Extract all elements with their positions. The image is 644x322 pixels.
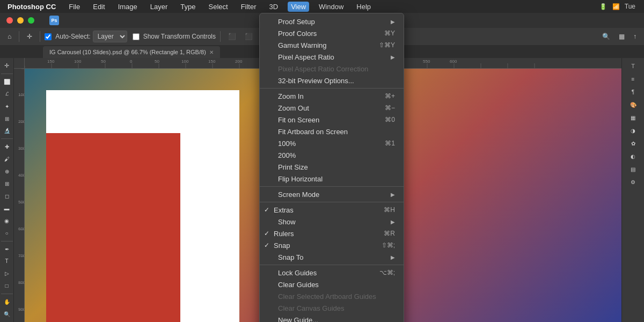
learn-panel-btn[interactable]: ≡	[627, 73, 639, 85]
move-tool-btn[interactable]: ✛	[24, 31, 35, 42]
menu-image[interactable]: Image	[115, 2, 141, 12]
patterns-panel-btn[interactable]: ▦	[627, 112, 639, 123]
menu-item-rulers[interactable]: ✓Rulers⌘R	[260, 228, 404, 239]
align-center-btn[interactable]: ⬛	[241, 31, 256, 42]
eyedropper-tool[interactable]: 🔬	[1, 125, 13, 136]
minimize-button[interactable]	[17, 17, 24, 24]
crop-tool[interactable]: ⊞	[1, 113, 13, 125]
maximize-button[interactable]	[28, 17, 34, 24]
menu-item-flip-horizontal[interactable]: Flip Horizontal	[260, 173, 404, 185]
svg-text:150: 150	[208, 59, 216, 64]
menu-view[interactable]: View	[288, 2, 309, 12]
menu-label-flip-horizontal: Flip Horizontal	[278, 175, 323, 183]
system-status: 🔋 📶 Tue	[599, 2, 640, 11]
align-left-btn[interactable]: ⬛	[225, 31, 239, 42]
zoom-tool[interactable]: 🔍	[1, 309, 13, 320]
menu-item-100[interactable]: 100%⌘1	[260, 137, 404, 149]
menu-help[interactable]: Help	[353, 2, 374, 12]
vertical-ruler: 100 200 300 400 500 600 700 800 900	[14, 69, 25, 322]
pen-tool[interactable]: ✒	[1, 244, 13, 255]
menu-3d[interactable]: 3D	[266, 2, 282, 12]
menu-item-snap-to[interactable]: Snap To▶	[260, 251, 404, 263]
layers-panel-btn[interactable]: ▤	[627, 163, 639, 175]
hand-tool[interactable]: ✋	[1, 296, 13, 308]
svg-text:600: 600	[450, 59, 457, 64]
history-tool[interactable]: ⊞	[1, 178, 13, 189]
adjustments-panel-btn[interactable]: ◐	[627, 150, 639, 162]
clone-tool[interactable]: ⊕	[1, 166, 13, 177]
svg-text:700: 700	[18, 253, 24, 258]
menu-item-200[interactable]: 200%	[260, 149, 404, 161]
menu-arrow-screen-mode: ▶	[391, 192, 395, 197]
properties-panel-btn[interactable]: T	[627, 60, 639, 72]
gradients-panel-btn[interactable]: ◑	[627, 125, 639, 136]
menu-item-lock-guides[interactable]: Lock Guides⌥⌘;	[260, 267, 404, 279]
menu-file[interactable]: File	[65, 2, 83, 12]
eraser-tool[interactable]: ◻	[1, 191, 13, 202]
menu-item-screen-mode[interactable]: Screen Mode▶	[260, 188, 404, 200]
svg-text:300: 300	[18, 146, 24, 151]
menu-item-extras[interactable]: ✓Extras⌘H	[260, 204, 404, 216]
brush-tool[interactable]: 🖌	[1, 153, 13, 165]
text-tool[interactable]: T	[1, 255, 13, 267]
menu-item-proof-colors[interactable]: Proof Colors⌘Y	[260, 27, 404, 39]
menu-label-fit-on-screen: Fit on Screen	[278, 116, 319, 124]
menu-item-snap[interactable]: ✓Snap⇧⌘;	[260, 239, 404, 251]
swatches-panel-btn[interactable]: 🎨	[627, 99, 639, 111]
dodge-tool[interactable]: ○	[1, 228, 13, 239]
heal-tool[interactable]: ✚	[1, 141, 13, 152]
quick-select-tool[interactable]: ✦	[1, 101, 13, 112]
menu-item-pixel-aspect-ratio[interactable]: Pixel Aspect Ratio▶	[260, 51, 404, 63]
lasso-tool[interactable]: 𝓛	[1, 89, 13, 100]
menu-item-fit-artboard[interactable]: Fit Artboard on Screen	[260, 126, 404, 137]
menu-item-show[interactable]: Show▶	[260, 216, 404, 228]
styles-panel-btn[interactable]: ✿	[627, 137, 639, 149]
menu-shortcut-zoom-out: ⌘−	[385, 104, 395, 112]
home-btn[interactable]: ⌂	[4, 31, 14, 42]
channels-panel-btn[interactable]: ⚙	[627, 176, 639, 188]
menu-item-zoom-in[interactable]: Zoom In⌘+	[260, 90, 404, 102]
menu-edit[interactable]: Edit	[90, 2, 108, 12]
menu-item-proof-setup[interactable]: Proof Setup▶	[260, 16, 404, 27]
auto-select-checkbox[interactable]	[45, 33, 52, 40]
svg-text:50: 50	[155, 59, 159, 64]
menu-item-print-size[interactable]: Print Size	[260, 161, 404, 173]
app-name[interactable]: Photoshop CC	[4, 2, 59, 12]
shape-tool[interactable]: □	[1, 280, 13, 291]
gradient-tool[interactable]: ▬	[1, 203, 13, 214]
path-tool[interactable]: ▷	[1, 268, 13, 279]
tab-label: IG Carousel (10 Slides).psd @ 66.7% (Rec…	[49, 49, 206, 55]
menu-item-clear-guides[interactable]: Clear Guides	[260, 279, 404, 290]
menu-label-proof-colors: Proof Colors	[278, 30, 317, 38]
transform-checkbox[interactable]	[133, 33, 140, 40]
marquee-tool[interactable]: ⬜	[1, 76, 13, 87]
auto-select-type[interactable]: Layer Group	[93, 31, 127, 42]
menu-select[interactable]: Select	[205, 2, 231, 12]
tab-close[interactable]: ✕	[209, 49, 214, 55]
menu-filter[interactable]: Filter	[238, 2, 260, 12]
tool-sep-2	[1, 138, 13, 139]
menu-window[interactable]: Window	[316, 2, 347, 12]
menu-layer[interactable]: Layer	[147, 2, 171, 12]
menu-item-new-guide[interactable]: New Guide...	[260, 314, 404, 322]
svg-text:100: 100	[181, 59, 189, 64]
menu-item-fit-on-screen[interactable]: Fit on Screen⌘0	[260, 114, 404, 126]
menu-item-gamut-warning[interactable]: Gamut Warning⇧⌘Y	[260, 39, 404, 51]
blur-tool[interactable]: ◉	[1, 215, 13, 226]
move-tool[interactable]: ✛	[1, 60, 13, 71]
menu-item-32bit-preview[interactable]: 32-bit Preview Options...	[260, 75, 404, 86]
menu-label-snap-to: Snap To	[278, 253, 303, 261]
panels-btn[interactable]: ▦	[616, 31, 628, 42]
menu-shortcut-lock-guides: ⌥⌘;	[379, 269, 395, 276]
menu-type[interactable]: Type	[177, 2, 199, 12]
menu-label-clear-guides: Clear Guides	[278, 281, 319, 289]
paragraph-panel-btn[interactable]: ¶	[627, 86, 639, 98]
menu-item-zoom-out[interactable]: Zoom Out⌘−	[260, 102, 404, 114]
menu-item-clear-artboard-guides: Clear Selected Artboard Guides	[260, 290, 404, 302]
menu-items: Proof Setup▶Proof Colors⌘YGamut Warning⇧…	[260, 16, 404, 322]
document-tab[interactable]: IG Carousel (10 Slides).psd @ 66.7% (Rec…	[43, 46, 220, 58]
menu-label-pixel-aspect-correction: Pixel Aspect Ratio Correction	[278, 65, 368, 73]
search-btn[interactable]: 🔍	[599, 31, 613, 42]
share-btn[interactable]: ↑	[630, 31, 640, 42]
close-button[interactable]	[6, 17, 13, 24]
